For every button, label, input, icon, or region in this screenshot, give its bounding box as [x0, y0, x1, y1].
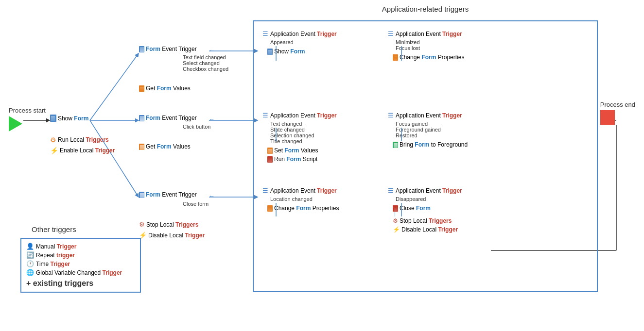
- form-event-trigger-1-icon: [139, 46, 144, 52]
- form-event-trigger-3-label: Form Event Trigger: [146, 191, 197, 198]
- app-event-trigger-5-node: ☰ Application Event Trigger Location cha…: [262, 187, 339, 212]
- disable-local-trigger-2-label: Disable Local Trigger: [401, 226, 458, 233]
- app-event-trigger-2-node: ☰ Application Event Trigger Minimized Fo…: [388, 30, 464, 61]
- run-local-triggers-label: Run Local Triggers: [58, 136, 109, 143]
- manual-trigger-label: Manual Trigger: [36, 243, 76, 250]
- disable-local-trigger-left-label: Disable Local Trigger: [148, 232, 205, 239]
- app-event-4-label: Application Event Trigger: [396, 112, 462, 119]
- svg-line-3: [90, 53, 139, 120]
- person-icon: 👤: [26, 243, 34, 250]
- change-form-props-2-label: Change Form Properties: [274, 205, 339, 212]
- run-form-script-node: Run Form Script: [267, 156, 337, 163]
- time-trigger-label: Time Trigger: [36, 261, 70, 267]
- run-local-triggers-node: ⚙ Run Local Triggers: [50, 136, 109, 144]
- form-event-trigger-3-details: Close form: [183, 201, 209, 207]
- bring-form-foreground-icon: [393, 142, 398, 148]
- app-event-trigger-3-node: ☰ Application Event Trigger Text changed…: [262, 112, 337, 163]
- app-event-2-label: Application Event Trigger: [396, 31, 462, 37]
- get-form-values-1-node: Get Form Values: [139, 85, 191, 92]
- vert-line-3: [276, 128, 277, 141]
- time-trigger-item: 🕐 Time Trigger: [26, 260, 135, 267]
- bring-form-foreground-label: Bring Form to Foreground: [400, 141, 468, 148]
- show-form-inner-node: Show Form: [267, 48, 337, 55]
- app-event-6-icon: ☰: [388, 187, 394, 194]
- show-form-node: Show Form: [50, 115, 88, 122]
- red-square-icon: [600, 110, 615, 125]
- get-form-values-1-icon: [139, 85, 144, 92]
- process-end: Process end: [600, 101, 635, 125]
- arrow-indicator-1: ←: [209, 47, 215, 54]
- app-event-4-icon: ☰: [388, 112, 394, 119]
- app-event-5-label: Application Event Trigger: [270, 187, 337, 194]
- app-event-3-icon: ☰: [262, 112, 268, 119]
- disable-local-trigger-2-node: ⚡ Disable Local Trigger: [393, 226, 462, 233]
- change-form-props-1-icon: [393, 54, 398, 61]
- repeat-trigger-item: 🔄 Repeat trigger: [26, 251, 135, 259]
- arrow-indicator-2: ←: [209, 116, 215, 123]
- change-form-props-1-label: Change Form Properties: [400, 54, 464, 61]
- set-form-values-label: Set Form Values: [274, 147, 318, 154]
- svg-line-5: [90, 120, 139, 197]
- app-event-trigger-4-node: ☰ Application Event Trigger Focus gained…: [388, 112, 468, 148]
- form-event-trigger-1-node: Form Event Trigger: [139, 46, 197, 52]
- repeat-trigger-label: Repeat trigger: [36, 252, 75, 259]
- form-event-trigger-3-node: Form Event Trigger: [139, 191, 197, 198]
- stop-local-triggers-2-node: ⚙ Stop Local Triggers: [393, 217, 462, 224]
- app-event-1-icon: ☰: [262, 30, 268, 37]
- change-form-props-2-icon: [267, 205, 273, 212]
- get-form-values-1-label: Get Form Values: [146, 85, 191, 92]
- close-form-node: Close Form: [393, 205, 462, 212]
- form-event-trigger-1-label: Form Event Trigger: [146, 46, 197, 52]
- process-start-label: Process start: [9, 107, 46, 114]
- app-triggers-title: Application-related triggers: [253, 5, 598, 13]
- stop-local-triggers-left-label: Stop Local Triggers: [146, 221, 198, 228]
- other-triggers-title-text: Other triggers: [32, 225, 76, 233]
- app-event-3-label: Application Event Trigger: [270, 112, 337, 119]
- clock-icon: 🕐: [26, 260, 34, 267]
- stop-local-triggers-left-node: ⚙ Stop Local Triggers: [139, 221, 198, 228]
- other-triggers-box: 👤 Manual Trigger 🔄 Repeat trigger 🕐 Time…: [20, 238, 141, 293]
- close-form-label: Close Form: [400, 205, 431, 212]
- run-triggers-icon: ⚙: [50, 136, 56, 144]
- app-event-2-icon: ☰: [388, 30, 394, 37]
- app-event-1-separator: Appeared: [270, 39, 337, 45]
- globe-icon: 🌐: [26, 269, 34, 276]
- form-event-trigger-2-icon: [139, 115, 144, 121]
- vert-line-6: [401, 203, 402, 216]
- form-event-trigger-1-details: Text field changed Select changed Checkb…: [183, 54, 228, 72]
- change-form-props-1-node: Change Form Properties: [393, 54, 464, 61]
- arrow-indicator-3: ←: [209, 193, 215, 199]
- app-event-1-label: Application Event Trigger: [270, 31, 337, 37]
- bring-form-foreground-node: Bring Form to Foreground: [393, 141, 468, 148]
- change-form-props-2-node: Change Form Properties: [267, 205, 339, 212]
- app-event-trigger-1-node: ☰ Application Event Trigger Appeared Sho…: [262, 30, 337, 55]
- enable-trigger-icon: ⚡: [50, 147, 58, 154]
- global-var-trigger-label: Global Variable Changed Trigger: [36, 269, 122, 276]
- get-form-values-2-icon: [139, 144, 144, 150]
- set-form-values-icon: [267, 148, 273, 154]
- process-end-label: Process end: [600, 101, 635, 108]
- set-form-values-node: Set Form Values: [267, 147, 337, 154]
- form-event-trigger-2-label: Form Event Trigger: [146, 115, 197, 121]
- show-form-inner-label: Show Form: [274, 48, 305, 55]
- get-form-values-2-node: Get Form Values: [139, 143, 191, 150]
- process-start: Process start: [9, 107, 46, 132]
- existing-triggers-label: + existing triggers: [26, 279, 135, 288]
- show-form-icon: [50, 115, 56, 122]
- form-event-trigger-3-icon: [139, 192, 144, 198]
- run-form-script-label: Run Form Script: [274, 156, 317, 163]
- stop-triggers-2-icon: ⚙: [393, 217, 398, 224]
- vert-line-4: [401, 128, 402, 141]
- enable-local-trigger-label: Enable Local Trigger: [60, 147, 115, 154]
- page-container: Application-related triggers Process sta…: [0, 0, 644, 331]
- repeat-icon: 🔄: [26, 251, 34, 259]
- global-var-trigger-item: 🌐 Global Variable Changed Trigger: [26, 269, 135, 276]
- vert-line-2: [401, 46, 402, 61]
- get-form-values-2-label: Get Form Values: [146, 143, 191, 150]
- app-triggers-title-text: Application-related triggers: [382, 5, 469, 13]
- app-event-5-icon: ☰: [262, 187, 268, 194]
- run-form-script-icon: [267, 156, 273, 163]
- stop-local-triggers-2-label: Stop Local Triggers: [400, 217, 452, 224]
- close-form-icon: [393, 205, 398, 212]
- vert-line-5: [276, 203, 277, 216]
